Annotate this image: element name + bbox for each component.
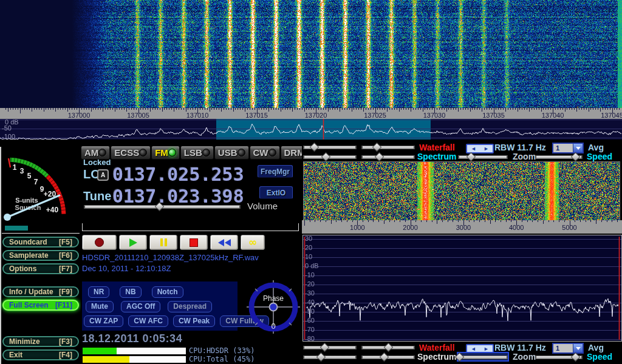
extio-button[interactable]: ExtIO [259,186,293,199]
db-tick-label: -60 [305,317,315,324]
slider-thumb[interactable] [372,143,381,152]
audio-frequency-scale[interactable]: 10002000300040005000 [302,220,622,234]
cw-zap-button[interactable]: CW ZAP [84,315,123,327]
db-tick-label: -80 [305,335,315,342]
squelch-level-bar[interactable] [5,226,28,231]
notch-button[interactable]: Notch [152,286,183,298]
despread-button[interactable]: Despread [168,301,212,312]
lo-frequency-display[interactable]: 0137.025.253 [112,164,244,185]
db-tick-label: -50 [305,308,315,315]
db-tick-label: 20 [305,244,312,251]
exit-button[interactable]: Exit[F4] [2,349,79,360]
cpu-hdsdr-fill [83,348,117,354]
rewind-button[interactable] [210,235,238,250]
options-button[interactable]: Options[F7] [2,263,79,274]
spectrum-gain-slider[interactable] [303,353,357,360]
avg-dropdown[interactable]: 1 [552,143,584,153]
play-button[interactable] [119,235,147,250]
slider-thumb[interactable] [384,343,394,352]
lo-auto-lock-button[interactable]: A [97,169,109,181]
spectrum-label: Spectrum [417,352,457,362]
cw-afc-button[interactable]: CW AFC [128,315,168,327]
agc-off-button[interactable]: AGC Off [121,301,160,312]
spectrum-gain-slider[interactable] [303,153,357,160]
zoom-slider[interactable] [458,353,508,360]
slider-track[interactable] [458,155,508,159]
soundcard-button[interactable]: Soundcard[F5] [2,237,79,248]
info-update-button[interactable]: Info / Update[F9] [2,286,79,297]
cw-peak-button[interactable]: CW Peak [173,315,215,327]
rf-frequency-scale[interactable]: 1370001370051370101370151370201370251370… [0,108,622,119]
stop-button[interactable] [180,235,208,250]
minimize-button[interactable]: Minimize[F3] [2,336,79,347]
center-panel: AMECSSFMLSBUSBCWDRM Locked LO A 0137.025… [81,140,302,364]
slider-track[interactable] [303,356,357,359]
slider-track[interactable] [361,146,415,149]
audio-spectrum-display[interactable] [303,235,621,341]
samplerate-button[interactable]: Samplerate[F6] [2,250,79,261]
rewind-icon [218,239,231,246]
spectrum-offset-slider[interactable] [361,353,415,360]
frequency-tick-label: 137045 [601,112,622,119]
pause-button[interactable] [149,235,177,250]
speed-slider[interactable] [535,153,583,160]
phase-dial[interactable]: Phase 0 [243,277,304,337]
fullscreen-button[interactable]: Full Screen[F11] [2,300,79,311]
rbw-increase-arrow[interactable]: ► [480,145,493,152]
dropdown-arrow[interactable] [573,144,583,152]
mode-button-usb[interactable]: USB [214,146,249,160]
waterfall-contrast-slider[interactable] [303,343,357,351]
slider-track[interactable] [458,356,508,359]
mode-label: LSB [184,147,202,158]
slider-thumb[interactable] [320,343,330,352]
slider-thumb[interactable] [155,202,165,212]
volume-label: Volume [247,201,278,211]
record-button[interactable] [82,235,117,250]
slider-thumb[interactable] [571,352,581,362]
avg-dropdown[interactable]: 1 [552,343,584,354]
loop-button[interactable]: ∞ [241,235,265,250]
rbw-increase-arrow[interactable]: ► [480,345,493,352]
slider-thumb[interactable] [309,143,319,152]
slider-thumb[interactable] [466,152,476,162]
slider-thumb[interactable] [570,152,580,162]
volume-slider[interactable] [84,203,241,210]
mode-button-ecss[interactable]: ECSS [111,146,151,160]
waterfall-brightness-slider[interactable] [361,143,415,150]
spectrum-offset-slider[interactable] [361,153,415,160]
zoom-slider[interactable] [458,153,508,160]
nr-button[interactable]: NR [88,286,109,298]
dropdown-arrow[interactable] [573,344,583,352]
mode-button-lsb[interactable]: LSB [180,146,214,160]
freqmgr-button[interactable]: FreqMgr [258,165,293,178]
mute-button[interactable]: Mute [86,301,114,312]
slider-thumb[interactable] [380,352,389,362]
slider-track[interactable] [361,155,415,159]
mode-label: AM [84,147,98,158]
playback-position-bar[interactable] [82,223,299,231]
audio-waterfall-display[interactable] [304,162,620,220]
slider-thumb[interactable] [321,152,331,162]
mode-button-cw[interactable]: CW [250,146,280,160]
rf-waterfall-display[interactable] [0,0,622,108]
speed-slider[interactable] [535,353,583,360]
slider-thumb[interactable] [375,152,384,162]
slider-thumb[interactable] [316,352,326,362]
rbw-decrease-arrow[interactable]: ◄ [467,345,480,352]
rbw-label: RBW 11.7 Hz [494,343,546,352]
slider-track[interactable] [303,346,357,349]
nb-button[interactable]: NB [120,286,141,298]
mode-label: USB [218,147,238,158]
zoom-label: Zoom [513,352,536,362]
pause-icon [160,238,167,246]
db-tick-label: 0 dB [305,262,319,269]
waterfall-contrast-slider[interactable] [303,143,357,150]
rbw-stepper[interactable]: ◄► [466,344,494,354]
avg-dropdown-value: 1 [553,144,573,152]
mode-button-fm[interactable]: FM [151,146,180,160]
phase-dial-knob [270,303,278,311]
rbw-decrease-arrow[interactable]: ◄ [467,145,480,152]
button-fkey: [F4] [59,351,72,359]
waterfall-brightness-slider[interactable] [361,343,415,351]
rf-spectrum-display[interactable] [0,119,622,140]
